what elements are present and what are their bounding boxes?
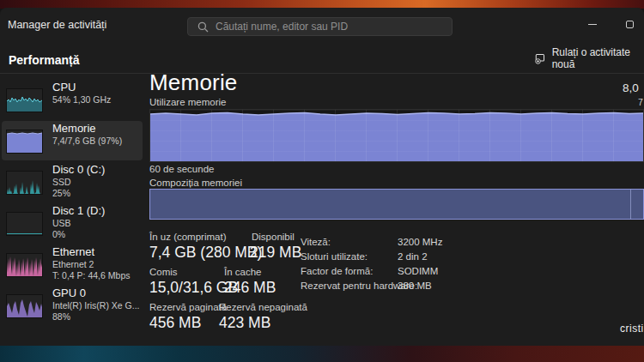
cpu-mini-graph	[6, 88, 43, 112]
stat-value-nonpaged-pool: 423 MB	[219, 314, 270, 332]
search-icon	[197, 21, 209, 33]
sidebar-cpu-title: CPU	[52, 81, 76, 94]
sidebar-ethernet-title: Ethernet	[52, 245, 94, 258]
detail-value-speed: 3200 MHz	[398, 237, 442, 247]
usage-graph-scale-label: 7	[638, 97, 643, 107]
memory-page-title: Memorie	[149, 69, 238, 96]
sidebar-gpu0-title: GPU 0	[52, 287, 86, 299]
maximize-button[interactable]	[611, 8, 644, 40]
stat-value-available: 219 MB	[250, 244, 301, 262]
minimize-icon	[588, 24, 597, 25]
desktop-wallpaper-bottom	[0, 346, 644, 362]
sidebar-item-memory[interactable]: Memorie 7,4/7,6 GB (97%)	[2, 121, 143, 160]
usage-chart-gridlines	[150, 110, 643, 161]
sidebar-memory-stats: 7,4/7,6 GB (97%)	[52, 136, 122, 146]
detail-value-form-factor: SODIMM	[398, 266, 438, 276]
maximize-icon	[626, 21, 634, 28]
stat-value-paged-pool: 456 MB	[149, 314, 201, 332]
sidebar-disk1-usage: 0%	[52, 229, 65, 239]
memory-composition-bar	[149, 189, 644, 220]
gpu0-mini-graph	[6, 294, 43, 318]
watermark-text: cristi	[620, 323, 644, 335]
memory-usage-chart	[149, 109, 644, 162]
titlebar: Manager de activități	[0, 8, 644, 40]
sidebar-cpu-stats: 54% 1,30 GHz	[52, 94, 111, 105]
detail-value-hw-reserved: 380 MB	[398, 281, 432, 291]
sidebar-disk0-usage: 25%	[52, 188, 70, 198]
stat-label-in-use: În uz (comprimat)	[149, 232, 226, 242]
run-new-task-icon	[535, 52, 546, 65]
detail-label-form-factor: Factor de formă:	[301, 266, 373, 276]
sidebar-memory-title: Memorie	[52, 122, 96, 135]
minimize-button[interactable]	[574, 8, 611, 40]
ethernet-mini-graph	[6, 253, 43, 277]
total-memory-label: 8,0	[623, 81, 639, 94]
sidebar-disk1-type: USB	[52, 218, 71, 228]
page-header: Performanță Rulați o activitate nouă	[0, 40, 644, 74]
sidebar-item-ethernet[interactable]: Ethernet Ethernet 2 T: 0,4 P: 44,6 Mbps	[2, 244, 143, 284]
composition-segment-divider	[630, 190, 631, 219]
search-box[interactable]	[187, 17, 453, 36]
sidebar-item-cpu[interactable]: CPU 54% 1,30 GHz	[2, 80, 143, 119]
detail-label-speed: Viteză:	[301, 237, 331, 247]
screenshot-root: Manager de activități Performanță	[0, 0, 644, 362]
sidebar-gpu0-device: Intel(R) Iris(R) Xe G...	[52, 300, 140, 311]
stat-label-nonpaged-pool: Rezervă nepaginată	[219, 302, 307, 312]
memory-mini-graph	[6, 130, 43, 154]
stat-label-cached: În cache	[224, 267, 261, 277]
stat-value-cached: 246 MB	[224, 279, 276, 297]
sidebar-item-gpu0[interactable]: GPU 0 Intel(R) Iris(R) Xe G... 88%	[2, 286, 143, 325]
detail-value-slots: 2 din 2	[398, 251, 428, 262]
stat-label-paged-pool: Rezervă paginată	[149, 302, 227, 312]
sidebar-gpu0-usage: 88%	[52, 311, 70, 322]
sidebar-ethernet-throughput: T: 0,4 P: 44,6 Mbps	[52, 270, 130, 281]
window-title: Manager de activități	[8, 19, 106, 31]
disk0-mini-graph	[6, 171, 43, 195]
page-title-performance: Performanță	[9, 53, 79, 67]
usage-graph-label: Utilizare memorie	[149, 97, 226, 107]
stat-label-committed: Comis	[149, 267, 178, 277]
sidebar-disk0-type: SSD	[52, 177, 71, 187]
sidebar-disk0-title: Disc 0 (C:)	[52, 163, 105, 176]
run-new-task-button[interactable]: Rulați o activitate nouă	[531, 48, 644, 69]
stat-value-in-use: 7,4 GB (280 MB)	[149, 244, 262, 262]
search-input[interactable]	[216, 18, 446, 35]
time-axis-label: 60 de secunde	[149, 164, 214, 174]
disk1-mini-graph	[6, 212, 43, 236]
sidebar-item-disk0[interactable]: Disc 0 (C:) SSD 25%	[2, 162, 143, 202]
run-new-task-label: Rulați o activitate nouă	[552, 46, 640, 70]
sidebar-item-disk1[interactable]: Disc 1 (D:) USB 0%	[2, 203, 143, 243]
composition-label: Compoziția memoriei	[149, 178, 242, 188]
sidebar-disk1-title: Disc 1 (D:)	[52, 204, 105, 217]
sidebar-ethernet-adapter: Ethernet 2	[52, 259, 94, 269]
detail-label-slots: Sloturi utilizate:	[301, 251, 368, 262]
stat-label-available: Disponibil	[252, 232, 295, 242]
